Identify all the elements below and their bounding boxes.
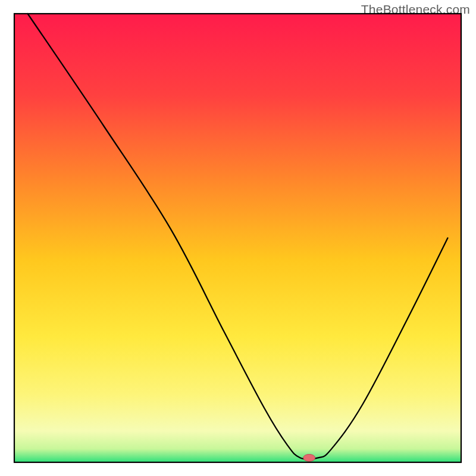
minimum-marker <box>303 454 315 461</box>
gradient-background <box>14 14 461 462</box>
bottleneck-chart <box>0 0 476 476</box>
chart-stage: TheBottleneck.com <box>0 0 476 476</box>
